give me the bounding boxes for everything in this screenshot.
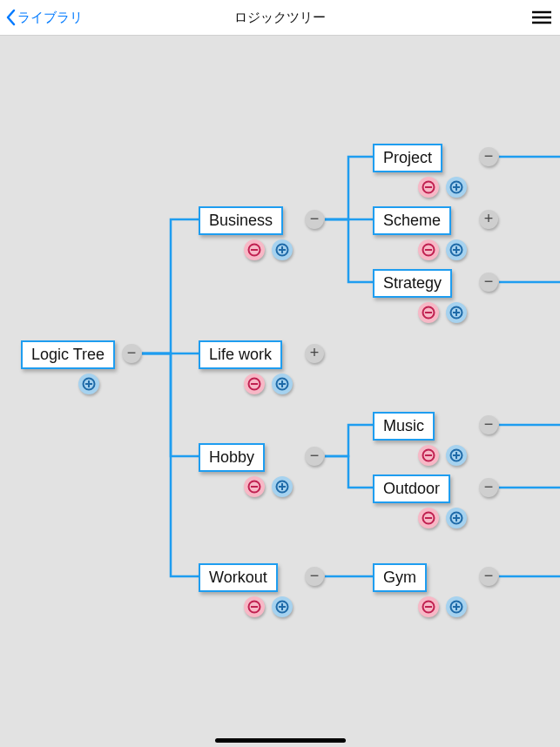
node-lifework[interactable]: Life work	[199, 340, 282, 369]
node-workout[interactable]: Workout	[199, 563, 278, 592]
collapse-toggle-gym[interactable]: −	[479, 567, 498, 586]
tree-canvas[interactable]: Logic Tree − Business − Life work + Hobb…	[0, 36, 560, 747]
node-label: Outdoor	[383, 480, 440, 497]
node-label: Project	[383, 149, 432, 166]
node-strategy[interactable]: Strategy	[373, 269, 452, 298]
collapse-toggle-hobby[interactable]: −	[305, 447, 324, 466]
collapse-toggle-root[interactable]: −	[122, 344, 141, 363]
delete-node-project[interactable]	[418, 177, 439, 198]
node-label: Business	[209, 212, 273, 229]
node-label: Workout	[209, 569, 267, 586]
collapse-toggle-business[interactable]: −	[305, 210, 324, 229]
add-child-strategy[interactable]	[446, 302, 467, 323]
delete-node-music[interactable]	[418, 445, 439, 466]
node-root[interactable]: Logic Tree	[21, 340, 115, 369]
collapse-toggle-project[interactable]: −	[479, 147, 498, 166]
collapse-toggle-outdoor[interactable]: −	[479, 478, 498, 497]
node-label: Gym	[383, 569, 416, 586]
page-title: ロジックツリー	[234, 10, 326, 26]
back-label: ライブラリ	[17, 10, 83, 26]
node-label: Music	[383, 417, 424, 434]
node-gym[interactable]: Gym	[373, 563, 427, 592]
add-child-project[interactable]	[446, 177, 467, 198]
node-label: Life work	[209, 346, 272, 363]
home-indicator	[215, 738, 346, 743]
collapse-toggle-workout[interactable]: −	[305, 567, 324, 586]
collapse-toggle-music[interactable]: −	[479, 415, 498, 434]
collapse-toggle-lifework[interactable]: +	[305, 344, 324, 363]
add-child-workout[interactable]	[272, 596, 293, 617]
add-child-root[interactable]	[78, 374, 99, 394]
chevron-left-icon	[5, 9, 17, 26]
add-child-music[interactable]	[446, 445, 467, 466]
delete-node-lifework[interactable]	[244, 374, 265, 394]
delete-node-strategy[interactable]	[418, 302, 439, 323]
delete-node-gym[interactable]	[418, 596, 439, 617]
node-label: Scheme	[383, 212, 441, 229]
collapse-toggle-strategy[interactable]: −	[479, 273, 498, 292]
node-label: Strategy	[383, 274, 442, 292]
add-child-gym[interactable]	[446, 596, 467, 617]
node-outdoor[interactable]: Outdoor	[373, 474, 450, 503]
menu-button[interactable]	[532, 0, 551, 35]
add-child-business[interactable]	[272, 239, 293, 260]
header-bar: ライブラリ ロジックツリー	[0, 0, 560, 36]
add-child-lifework[interactable]	[272, 374, 293, 394]
add-child-outdoor[interactable]	[446, 508, 467, 528]
delete-node-hobby[interactable]	[244, 476, 265, 497]
delete-node-workout[interactable]	[244, 596, 265, 617]
node-music[interactable]: Music	[373, 412, 435, 441]
delete-node-outdoor[interactable]	[418, 508, 439, 528]
hamburger-icon	[532, 10, 551, 24]
delete-node-scheme[interactable]	[418, 239, 439, 260]
node-hobby[interactable]: Hobby	[199, 443, 265, 472]
node-project[interactable]: Project	[373, 144, 442, 172]
back-button[interactable]: ライブラリ	[5, 0, 83, 35]
node-label: Logic Tree	[31, 346, 105, 363]
delete-node-business[interactable]	[244, 239, 265, 260]
node-scheme[interactable]: Scheme	[373, 206, 451, 235]
collapse-toggle-scheme[interactable]: +	[479, 210, 498, 229]
node-label: Hobby	[209, 448, 254, 466]
add-child-scheme[interactable]	[446, 239, 467, 260]
node-business[interactable]: Business	[199, 206, 283, 235]
add-child-hobby[interactable]	[272, 476, 293, 497]
